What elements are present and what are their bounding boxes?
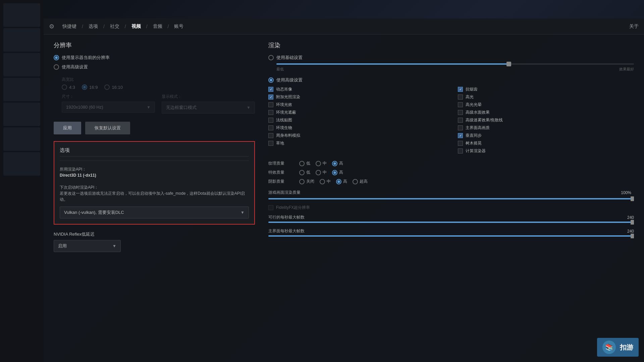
basic-slider-thumb[interactable] — [506, 62, 511, 66]
render-basic-radio[interactable]: 使用基础设置 — [268, 55, 634, 61]
api-warning: 若更改这一选项后游戏无法正常启动，可以在启动项中加入-safe_mode，这样D… — [60, 191, 245, 202]
shadow-high[interactable]: 高 — [336, 179, 347, 184]
effect-label-low: 低 — [306, 170, 310, 175]
shadow-mid[interactable]: 中 — [320, 179, 331, 184]
cb-aa[interactable]: 抗锯齿 — [458, 86, 634, 92]
game-render-value: 100% — [621, 190, 631, 195]
effect-mid[interactable]: 中 — [316, 170, 327, 175]
cb-compute[interactable]: 计算渲染器 — [458, 148, 634, 154]
basic-slider-right: 效果最好 — [619, 67, 634, 72]
main-fps-slider-thumb[interactable] — [631, 234, 634, 238]
nav-shortcut[interactable]: 快捷键 — [60, 22, 79, 31]
effect-high[interactable]: 高 — [332, 170, 343, 175]
nvidia-dropdown[interactable]: 启用 ▼ — [54, 240, 121, 252]
resolution-radio1 — [54, 55, 59, 60]
nav-account[interactable]: 账号 — [171, 22, 186, 31]
cb-label-mainmenu-hq: 主界面高画质 — [466, 125, 490, 131]
shadow-label-high: 高 — [343, 179, 347, 184]
aspect-label: 高宽比 — [62, 77, 255, 82]
options-box: 选项 所用渲染API： Direct3D 11 (-dx11) 下次启动时渲染A… — [54, 141, 255, 225]
api-current-info: 所用渲染API： Direct3D 11 (-dx11) — [60, 166, 249, 178]
effect-radio-mid — [316, 170, 321, 175]
cb-addlight[interactable]: 附加光照渲染 — [268, 94, 444, 100]
render-advanced-label: 使用高级设置 — [276, 77, 303, 83]
texture-label-mid: 中 — [323, 161, 327, 166]
effect-quality-row: 特效质量 低 中 高 — [268, 170, 634, 175]
nav-video[interactable]: 视频 — [129, 22, 144, 31]
cb-specular[interactable]: 高光 — [458, 94, 634, 100]
nav-audio[interactable]: 音频 — [150, 22, 165, 31]
basic-slider-left: 最低 — [276, 67, 284, 72]
cb-box-addlight — [268, 95, 273, 100]
cb-normalmap[interactable]: 法线贴图 — [268, 117, 444, 123]
nav-social[interactable]: 社交 — [107, 22, 122, 31]
cb-box-dynamic-portrait — [268, 87, 273, 92]
cb-box-ambientfx — [268, 102, 273, 107]
effect-low[interactable]: 低 — [299, 170, 310, 175]
cb-box-trees — [458, 141, 463, 146]
cb-label-fog: 高级迷雾效果/焦散线 — [466, 117, 503, 123]
basic-slider-track[interactable] — [276, 63, 634, 65]
cb-bloom[interactable]: 高光光晕 — [458, 102, 634, 108]
right-checkboxes: 抗锯齿 高光 高光光晕 — [458, 86, 634, 154]
left-checkboxes: 动态肖像 附加光照渲染 环境光效 — [268, 86, 444, 154]
texture-high[interactable]: 高 — [332, 161, 343, 166]
display-field: 显示模式： 无边框窗口模式 ▼ — [162, 94, 255, 114]
resolution-section: 分辨率 使用显示器当前的分辨率 使用高级设置 高宽比 — [54, 41, 255, 134]
cb-trees[interactable]: 树木摇晃 — [458, 140, 634, 146]
cb-fog[interactable]: 高级迷雾效果/焦散线 — [458, 117, 634, 123]
game-render-slider[interactable] — [268, 198, 634, 199]
basic-slider-labels: 最低 效果最好 — [276, 67, 634, 72]
shadow-ultra[interactable]: 超高 — [353, 179, 368, 184]
sidebar-thumb-2 — [3, 28, 40, 52]
shadow-off[interactable]: 关闭 — [299, 179, 314, 184]
max-fps-slider-thumb[interactable] — [631, 220, 634, 225]
cb-ambient-creatures[interactable]: 环境生物 — [268, 125, 444, 131]
button-row: 应用 恢复默认设置 — [54, 122, 255, 134]
cb-dynamic-portrait[interactable]: 动态肖像 — [268, 86, 444, 92]
cb-box-cloth — [268, 133, 273, 138]
sidebar-thumb-4 — [3, 78, 40, 101]
nav-options[interactable]: 选项 — [86, 22, 101, 31]
display-dropdown[interactable]: 无边框窗口模式 ▼ — [162, 102, 255, 114]
resolution-radio-group: 使用显示器当前的分辨率 使用高级设置 — [54, 55, 255, 70]
main-fps-slider[interactable] — [268, 235, 634, 237]
apply-button[interactable]: 应用 — [54, 122, 81, 134]
aspect-label-169: 16:9 — [89, 85, 98, 90]
texture-quality-options: 低 中 高 — [299, 161, 343, 166]
reset-button[interactable]: 恢复默认设置 — [85, 122, 130, 134]
cb-ambientfx[interactable]: 环境光效 — [268, 102, 444, 108]
effect-quality-label: 特效质量 — [268, 170, 295, 175]
watermark-icon: 📚 — [602, 341, 616, 354]
max-fps-slider[interactable] — [268, 222, 634, 223]
api-dropdown[interactable]: Vulkan (-vulkan), 需要安装DLC ▼ — [60, 206, 249, 219]
nav-about[interactable]: 关于 — [629, 23, 639, 29]
resolution-option2[interactable]: 使用高级设置 — [54, 64, 255, 70]
texture-mid[interactable]: 中 — [316, 161, 327, 166]
cb-ao[interactable]: 环境光遮蔽 — [268, 110, 444, 115]
size-field: 尺寸： 644x362 (60 Hz) ▼ — [62, 94, 155, 114]
nav-sep-4: / — [146, 24, 148, 29]
game-render-slider-thumb[interactable] — [631, 196, 634, 201]
resolution-option1[interactable]: 使用显示器当前的分辨率 — [54, 55, 255, 61]
texture-label-high: 高 — [339, 161, 343, 166]
cb-label-ambientfx: 环境光效 — [276, 102, 292, 108]
size-label: 尺寸： — [62, 94, 155, 100]
cb-box-normalmap — [268, 118, 273, 123]
render-basic: 使用基础设置 最低 效果最好 — [268, 55, 634, 72]
cb-water[interactable]: 高级水面效果 — [458, 110, 634, 115]
cb-cloth[interactable]: 周身布料模拟 — [268, 133, 444, 138]
cb-mainmenu-hq[interactable]: 主界面高画质 — [458, 125, 634, 131]
cb-grass[interactable]: 草地 — [268, 140, 444, 146]
watermark: 📚 扣游 — [597, 338, 639, 357]
effect-radio-high — [332, 170, 337, 175]
texture-low[interactable]: 低 — [299, 161, 310, 166]
size-dropdown[interactable]: 644x362 (60 Hz) ▼ — [62, 102, 155, 113]
shadow-quality-row: 阴影质量 关闭 中 高 — [268, 179, 634, 184]
shadow-radio-off — [299, 179, 305, 184]
cb-label-ao: 环境光遮蔽 — [276, 110, 296, 115]
nav-sep-2: / — [103, 24, 105, 29]
resolution-label2: 使用高级设置 — [62, 64, 88, 70]
render-advanced-radio[interactable]: 使用高级设置 — [268, 77, 634, 83]
cb-vsync[interactable]: 垂直同步 — [458, 133, 634, 138]
